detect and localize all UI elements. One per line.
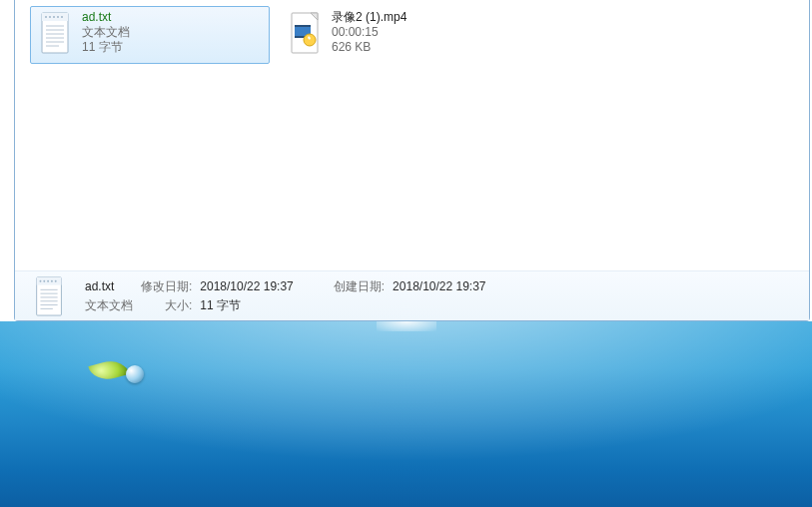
video-file-icon <box>286 10 326 56</box>
svg-point-3 <box>49 16 51 18</box>
details-modified-label: 修改日期: <box>141 278 192 295</box>
details-pane: ad.txt 修改日期: 2018/10/22 19:37 创建日期: 2018… <box>15 270 809 320</box>
details-file-type: 文本文档 <box>85 297 133 314</box>
files-row: ad.txt 文本文档 11 字节 <box>24 0 801 70</box>
explorer-window: ad.txt 文本文档 11 字节 <box>14 0 810 321</box>
svg-point-2 <box>45 16 47 18</box>
file-duration: 00:00:15 <box>332 25 406 40</box>
file-list-area[interactable]: ad.txt 文本文档 11 字节 <box>24 0 801 269</box>
details-grid: ad.txt 修改日期: 2018/10/22 19:37 创建日期: 2018… <box>85 278 486 314</box>
details-created-label: 创建日期: <box>334 278 385 295</box>
details-modified-value: 2018/10/22 19:37 <box>200 279 293 293</box>
details-file-name: ad.txt <box>85 279 133 293</box>
svg-point-22 <box>43 279 45 281</box>
svg-point-25 <box>55 279 57 281</box>
svg-rect-16 <box>295 25 311 27</box>
file-item-text: ad.txt 文本文档 11 字节 <box>82 10 130 55</box>
svg-point-6 <box>61 16 63 18</box>
file-item[interactable]: 录像2 (1).mp4 00:00:15 626 KB <box>280 6 519 64</box>
text-file-icon <box>29 275 71 317</box>
svg-point-23 <box>47 279 49 281</box>
file-item[interactable]: ad.txt 文本文档 11 字节 <box>30 6 270 64</box>
file-size: 11 字节 <box>82 40 130 55</box>
file-name: ad.txt <box>82 10 130 25</box>
details-created-value: 2018/10/22 19:37 <box>393 279 485 293</box>
details-size-value: 11 字节 <box>200 297 293 314</box>
svg-point-4 <box>53 16 55 18</box>
desktop-wallpaper[interactable] <box>0 321 812 507</box>
file-name: 录像2 (1).mp4 <box>332 10 406 25</box>
svg-point-5 <box>57 16 59 18</box>
text-file-icon <box>36 10 76 56</box>
wallpaper-orb-icon <box>126 365 144 383</box>
svg-point-24 <box>51 279 53 281</box>
file-size: 626 KB <box>332 40 406 55</box>
file-item-text: 录像2 (1).mp4 00:00:15 626 KB <box>332 10 406 55</box>
file-type: 文本文档 <box>82 25 130 40</box>
svg-point-21 <box>40 279 42 281</box>
details-size-label: 大小: <box>141 297 192 314</box>
